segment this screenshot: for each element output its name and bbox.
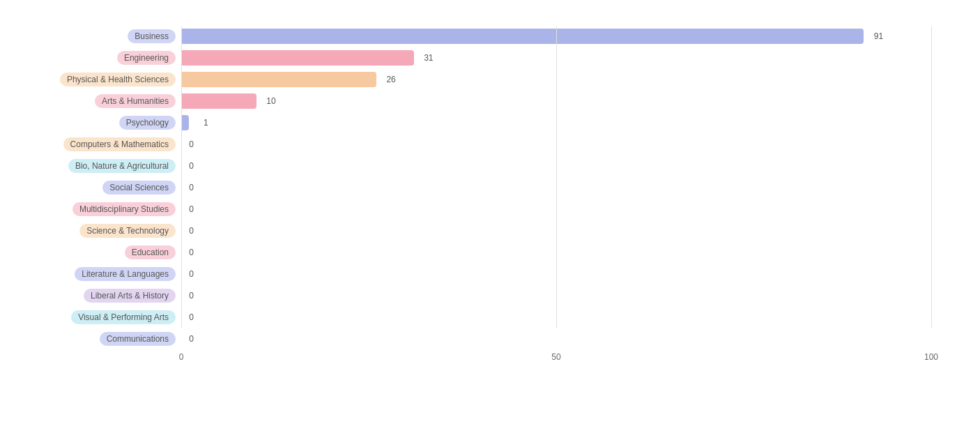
bar-value-label: 31 bbox=[424, 53, 433, 63]
bar-label: Multidisciplinary Studies bbox=[21, 202, 181, 216]
bar-label: Communications bbox=[21, 332, 181, 346]
bar-container: 10 bbox=[181, 91, 959, 111]
bar: 26 bbox=[181, 72, 376, 87]
bar-container: 0 bbox=[181, 156, 959, 176]
bar-value-label: 0 bbox=[189, 183, 194, 192]
bar-label: Physical & Health Sciences bbox=[21, 73, 181, 86]
bar: 1 bbox=[181, 115, 189, 130]
bar-container: 26 bbox=[181, 70, 959, 89]
bar-row: Arts & Humanities10 bbox=[21, 91, 959, 111]
x-axis-label: 100 bbox=[924, 352, 938, 362]
bar-container: 0 bbox=[181, 221, 959, 241]
bar: 10 bbox=[181, 93, 257, 109]
bar-label: Business bbox=[21, 29, 181, 43]
bar-row: Visual & Performing Arts0 bbox=[21, 308, 959, 327]
bar-row: Communications0 bbox=[21, 329, 959, 349]
bar-row: Computers & Mathematics0 bbox=[21, 135, 959, 154]
bar-container: 0 bbox=[181, 243, 959, 262]
chart-area: Business91Engineering31Physical & Health… bbox=[21, 26, 959, 366]
bar-value-label: 0 bbox=[189, 226, 194, 236]
bar-container: 0 bbox=[181, 199, 959, 219]
bar-label: Education bbox=[21, 245, 181, 259]
bar-value-label: 0 bbox=[189, 312, 194, 322]
bar-value-label: 10 bbox=[266, 96, 275, 106]
bar-row: Physical & Health Sciences26 bbox=[21, 70, 959, 89]
bar-label: Engineering bbox=[21, 51, 181, 65]
bar-container: 91 bbox=[181, 26, 959, 46]
bar-label: Social Sciences bbox=[21, 181, 181, 195]
x-axis: 050100 bbox=[21, 352, 959, 366]
bar-container: 31 bbox=[181, 48, 959, 68]
bar-value-label: 0 bbox=[189, 139, 194, 149]
x-axis-label: 0 bbox=[179, 352, 184, 362]
bar-container: 1 bbox=[181, 113, 959, 132]
bar-value-label: 26 bbox=[386, 75, 395, 84]
bar-container: 0 bbox=[181, 135, 959, 154]
bar-row: Science & Technology0 bbox=[21, 221, 959, 241]
bar-value-label: 0 bbox=[189, 291, 194, 301]
bar-row: Business91 bbox=[21, 26, 959, 46]
bar-container: 0 bbox=[181, 308, 959, 327]
bar-value-label: 0 bbox=[189, 334, 194, 344]
bar-row: Liberal Arts & History0 bbox=[21, 286, 959, 305]
bar-label: Liberal Arts & History bbox=[21, 289, 181, 303]
bar-label: Psychology bbox=[21, 116, 181, 130]
bar-value-label: 0 bbox=[189, 161, 194, 171]
bar-label: Visual & Performing Arts bbox=[21, 310, 181, 324]
bar-label: Literature & Languages bbox=[21, 267, 181, 281]
bar-row: Multidisciplinary Studies0 bbox=[21, 199, 959, 219]
bar-container: 0 bbox=[181, 286, 959, 305]
bar: 91 bbox=[181, 29, 864, 44]
bar-value-label: 0 bbox=[189, 248, 194, 257]
bar: 31 bbox=[181, 50, 414, 66]
bar-row: Social Sciences0 bbox=[21, 178, 959, 197]
bar-container: 0 bbox=[181, 329, 959, 349]
x-axis-label: 50 bbox=[551, 352, 560, 362]
bar-container: 0 bbox=[181, 264, 959, 284]
chart-wrapper: Business91Engineering31Physical & Health… bbox=[21, 14, 959, 366]
bar-label: Bio, Nature & Agricultural bbox=[21, 159, 181, 173]
bar-container: 0 bbox=[181, 178, 959, 197]
bar-label: Arts & Humanities bbox=[21, 94, 181, 108]
bar-value-label: 1 bbox=[204, 118, 208, 128]
bar-row: Engineering31 bbox=[21, 48, 959, 68]
bar-row: Bio, Nature & Agricultural0 bbox=[21, 156, 959, 176]
bar-value-label: 0 bbox=[189, 269, 194, 279]
bar-row: Psychology1 bbox=[21, 113, 959, 132]
bar-label: Science & Technology bbox=[21, 224, 181, 238]
bar-row: Literature & Languages0 bbox=[21, 264, 959, 284]
bar-label: Computers & Mathematics bbox=[21, 137, 181, 151]
bar-value-label: 0 bbox=[189, 204, 194, 214]
bar-value-label: 91 bbox=[874, 31, 883, 41]
bar-row: Education0 bbox=[21, 243, 959, 262]
